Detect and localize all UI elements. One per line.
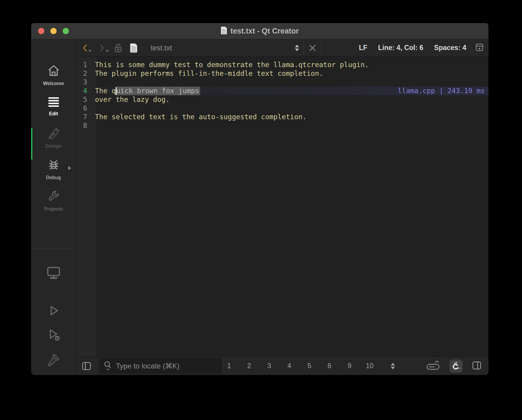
sort-down-icon [295,49,299,51]
back-history-dropdown-icon[interactable] [88,50,91,52]
cursor-position-indicator[interactable]: Line: 4, Col: 6 [378,44,423,52]
go-back-button[interactable] [82,39,91,56]
split-editor-add-icon[interactable] [475,43,484,53]
sidebar-label-edit: Edit [49,111,58,117]
bug-icon [47,159,60,173]
output-pane-button-3[interactable]: 3 [259,357,279,375]
code-text-with-completion: The quick brown fox jumpsllama.cpp | 243… [92,87,488,95]
open-document-name: test.txt [151,44,172,52]
output-pane-button-10[interactable]: 10 [360,357,380,375]
code-line: 7 The selected text is the auto-suggeste… [76,113,488,121]
wrench-icon [47,190,60,204]
code-line-current: 4 The quick brown fox jumpsllama.cpp | 2… [76,87,488,95]
sidebar-item-design[interactable]: Design [31,122,76,154]
text-cursor [116,87,117,95]
output-pane-button-4[interactable]: 4 [279,357,299,375]
code-text [92,78,488,87]
sort-up-icon [391,363,395,365]
sort-up-icon [295,45,299,47]
build-hammer-icon[interactable] [46,352,61,368]
search-icon [103,361,112,371]
go-forward-button[interactable] [99,39,109,56]
code-line: 1 This is some dummy test to demonstrate… [76,61,488,69]
code-line: 6 [76,104,488,113]
output-pane-button-1[interactable]: 1 [219,357,239,375]
line-number: 1 [76,61,92,69]
split-view-icon[interactable] [472,361,481,371]
home-icon [47,64,60,78]
toggle-left-sidebar-button[interactable] [82,357,91,375]
line-number: 6 [76,104,92,113]
title-bar: test.txt - Qt Creator [31,23,488,39]
code-line: 2 The plugin performs fill-in-the-middle… [76,69,488,78]
document-type-icon [130,39,138,56]
completion-annotation: llama.cpp | 243.19 ms [398,87,485,95]
line-number: 2 [76,69,92,78]
locator-placeholder: Type to locate (⌘K) [116,362,179,370]
sidebar-label-design: Design [46,143,61,149]
pen-nib-icon [47,127,60,141]
line-number-current: 4 [76,87,92,95]
toolbar-separator [320,42,321,55]
editor-toolbar: test.txt LF Line: 4, Col: 6 Spaces: 4 [76,39,488,57]
sidebar-item-projects[interactable]: Projects [31,185,76,217]
locator-input[interactable]: Type to locate (⌘K) [99,358,222,374]
sidebar-label-debug: Debug [46,175,61,180]
code-text: The plugin performs fill-in-the-middle t… [92,69,488,78]
suggested-completion-text[interactable]: uick brown fox jumps [116,87,200,95]
sort-down-icon [391,367,395,369]
line-number: 8 [76,121,92,130]
line-number: 5 [76,95,92,104]
output-pane-button-2[interactable]: 2 [239,357,259,375]
mode-selector-sidebar: Welcome Edit Design Debug [31,39,76,375]
debug-submenu-arrow-icon[interactable] [68,166,71,170]
typed-prefix: The q [95,87,116,95]
toolbar-separator [304,42,304,55]
status-bar: Type to locate (⌘K) 1 2 3 4 5 6 9 10 [76,356,488,375]
code-text [92,121,488,130]
code-line: 8 [76,121,488,130]
code-text: over the lazy dog. [92,95,488,104]
debug-run-icon[interactable] [46,327,61,343]
document-sort-button[interactable] [295,39,299,56]
code-line: 3 [76,78,488,87]
close-document-button[interactable] [309,39,316,56]
code-line: 5 over the lazy dog. [76,95,488,104]
forward-history-dropdown-icon[interactable] [106,50,109,52]
code-text: The selected text is the auto-suggested … [92,113,488,121]
output-pane-buttons: 1 2 3 4 5 6 9 10 [219,357,380,375]
sidebar-label-projects: Projects [44,206,63,212]
llama-cpp-plugin-button[interactable]: ++ [449,359,463,373]
title-document-icon [221,26,227,36]
indentation-indicator[interactable]: Spaces: 4 [434,44,466,52]
edit-lines-icon [48,97,60,109]
output-pane-button-5[interactable]: 5 [299,357,319,375]
output-pane-selector-button[interactable] [391,357,395,375]
output-pane-button-9[interactable]: 9 [340,357,360,375]
open-document-selector[interactable]: test.txt [151,39,172,56]
qt-creator-window: test.txt - Qt Creator Welcome Edit [31,23,488,375]
sidebar-divider [34,248,73,249]
line-ending-indicator[interactable]: LF [359,44,367,52]
sidebar-item-edit[interactable]: Edit [31,91,76,122]
text-editor[interactable]: 1 This is some dummy test to demonstrate… [76,57,488,356]
line-number: 3 [76,78,92,87]
build-progress-icon[interactable] [426,360,440,372]
code-text [92,104,488,113]
kit-selector-monitor-icon[interactable] [46,265,61,281]
sidebar-item-welcome[interactable]: Welcome [31,59,76,91]
output-pane-button-6[interactable]: 6 [319,357,340,375]
run-icon[interactable] [47,304,60,318]
window-title: test.txt - Qt Creator [230,27,299,35]
sidebar-label-welcome: Welcome [43,81,64,86]
code-text: This is some dummy test to demonstrate t… [92,61,488,69]
file-lock-icon[interactable] [114,39,123,56]
line-number: 7 [76,113,92,121]
sidebar-item-debug[interactable]: Debug [31,154,76,185]
svg-text:++: ++ [457,366,461,370]
